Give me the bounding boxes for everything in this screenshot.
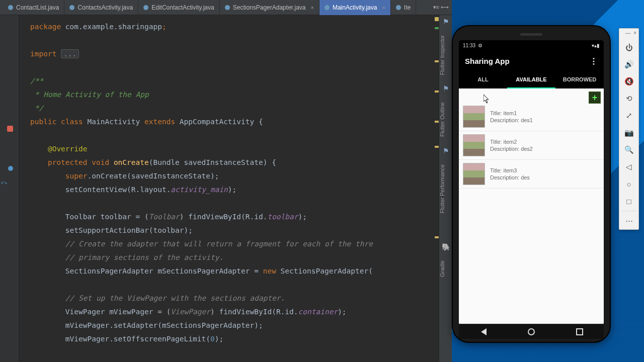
item-text: Title: item2 Description: des2 — [490, 138, 533, 152]
gutter-marker-icon[interactable] — [7, 126, 13, 132]
code-token: ); — [338, 308, 346, 316]
list-content[interactable]: + Title: item1 Description: des1 Title: … — [459, 88, 604, 324]
java-icon — [325, 5, 330, 10]
more-button[interactable]: ⋯ — [619, 212, 638, 229]
back-icon[interactable] — [479, 328, 487, 335]
zoom-button[interactable]: 🔍 — [619, 141, 638, 158]
minimize-icon[interactable]: — — [625, 30, 630, 39]
tab-borrowed[interactable]: BORROWED — [555, 71, 604, 88]
error-stripe[interactable] — [435, 15, 439, 362]
tab-all[interactable]: ALL — [459, 71, 507, 88]
code-token: Toolbar toolbar = ( — [65, 213, 149, 221]
tab-label: ContactsActivity.java — [77, 4, 133, 11]
tool-flutter-inspector[interactable]: Flutter Inspector — [439, 28, 445, 82]
volume-down-button[interactable]: 🔇 — [619, 73, 638, 90]
phone-screen[interactable]: 11:33 ⚙ ▾▴ ▮ Sharing App ⋯ ALL AVAILABLE… — [459, 40, 604, 324]
wifi-icon: ▾▴ — [592, 43, 597, 48]
item-text: Title: item3 Description: des — [490, 167, 530, 181]
code-token: @Override — [48, 145, 88, 153]
code-token: setContentView(R.layout. — [65, 186, 171, 194]
volume-up-button[interactable]: 🔊 — [619, 56, 638, 73]
tab-editcontactactivity[interactable]: EditContactActivity.java — [138, 0, 220, 15]
code-token: ); — [215, 335, 223, 343]
code-editor[interactable]: package com.example.sharingapp; import .… — [19, 15, 435, 362]
code-token: SectionsPagerAdapter( — [281, 267, 373, 275]
java-icon — [69, 5, 74, 10]
item-title: Title: item2 — [490, 138, 533, 145]
code-token: mViewPager.setOffscreenPageLimit( — [65, 335, 210, 343]
code-token: public — [30, 118, 61, 126]
app-bar: Sharing App ⋯ — [459, 50, 604, 71]
fold-ellipsis[interactable]: ... — [61, 49, 79, 58]
flutter-icon[interactable]: ⚑ — [439, 144, 452, 157]
app-title: Sharing App — [465, 57, 510, 65]
code-token: class — [61, 118, 87, 126]
code-token: ) findViewById(R.id. — [180, 213, 268, 221]
home-icon[interactable] — [528, 328, 535, 335]
item-title: Title: item3 — [490, 167, 530, 174]
code-token: ViewPager mViewPager = ( — [65, 308, 171, 316]
java-icon — [225, 5, 230, 10]
code-token: // Create the adapter that will return a… — [65, 240, 373, 248]
close-icon[interactable]: × — [382, 5, 385, 11]
code-token: // primary sections of the activity. — [65, 253, 223, 261]
tab-contactlist[interactable]: ContactList.java — [3, 0, 64, 15]
tab-label: MainActivity.java — [333, 4, 377, 11]
back-button[interactable]: ◁ — [619, 158, 638, 175]
code-token: AppCompatActivity — [180, 118, 259, 126]
override-icon[interactable] — [8, 166, 13, 171]
java-icon — [8, 5, 13, 10]
flutter-icon[interactable]: ⚑ — [439, 82, 452, 95]
item-desc: Description: des1 — [490, 117, 533, 124]
flutter-icon[interactable]: ⚑ — [439, 15, 452, 28]
power-button[interactable]: ⏻ — [619, 39, 638, 56]
code-token: */ — [30, 104, 43, 112]
code-token: mViewPager.setAdapter(mSectionsPagerAdap… — [65, 321, 263, 329]
close-icon[interactable]: × — [310, 5, 313, 11]
add-item-button[interactable]: + — [589, 92, 601, 104]
tab-label: SectionsPagerAdapter.java — [233, 4, 306, 11]
item-thumbnail — [463, 134, 485, 156]
code-token: .onCreate(savedInstanceState); — [88, 172, 219, 180]
tool-flutter-outline[interactable]: Flutter Outline — [439, 95, 445, 144]
gradle-icon[interactable]: 🐘 — [439, 240, 452, 253]
item-desc: Description: des2 — [490, 145, 533, 152]
java-icon — [143, 5, 148, 10]
code-token: import — [30, 50, 61, 58]
code-token: /** — [30, 77, 43, 85]
list-item[interactable]: Title: item2 Description: des2 — [459, 131, 604, 160]
emulator-toolbar: — × ⏻ 🔊 🔇 ⟲ ⤢ 📷 🔍 ◁ ○ □ ⋯ — [619, 28, 639, 230]
tab-overflow-icon[interactable]: ▾≡ ⟷ — [430, 4, 452, 11]
code-token: void — [92, 158, 114, 166]
close-icon[interactable]: × — [633, 30, 636, 39]
tab-label: ContactList.java — [16, 4, 59, 11]
list-item[interactable]: Title: item3 Description: des — [459, 160, 604, 189]
list-item[interactable]: Title: item1 Description: des1 — [459, 103, 604, 131]
tab-mainactivity[interactable]: MainActivity.java × — [319, 0, 391, 15]
home-button[interactable]: ○ — [619, 175, 638, 193]
editor-tabbar: ContactList.java ContactsActivity.java E… — [0, 0, 452, 15]
implements-icon[interactable]: o↘ — [1, 180, 8, 185]
code-token: SectionsPagerAdapter mSectionsPagerAdapt… — [65, 267, 263, 275]
overview-button[interactable]: □ — [619, 193, 638, 210]
tab-contactsactivity[interactable]: ContactsActivity.java — [64, 0, 138, 15]
tab-ite[interactable]: Ite — [391, 0, 416, 15]
code-token: (Bundle savedInstanceState) { — [149, 158, 276, 166]
screenshot-button[interactable]: 📷 — [619, 124, 638, 141]
status-time: 11:33 — [463, 43, 475, 48]
tool-flutter-performance[interactable]: Flutter Performance — [439, 157, 445, 220]
tab-available[interactable]: AVAILABLE — [507, 71, 555, 88]
recent-icon[interactable] — [576, 328, 583, 335]
code-token: ); — [298, 213, 307, 221]
code-token: ViewPager — [171, 308, 210, 316]
rotate-left-button[interactable]: ⟲ — [619, 90, 638, 107]
tool-gradle[interactable]: Gradle — [439, 253, 445, 284]
item-desc: Description: des — [490, 174, 530, 181]
code-token: 0 — [210, 335, 215, 343]
code-token: super — [65, 172, 88, 180]
overflow-menu-icon[interactable]: ⋯ — [589, 57, 599, 65]
rotate-right-button[interactable]: ⤢ — [619, 107, 638, 124]
tab-label: Ite — [404, 4, 411, 11]
code-token: toolbar — [267, 213, 298, 221]
tab-sectionspageradapter[interactable]: SectionsPagerAdapter.java × — [220, 0, 319, 15]
